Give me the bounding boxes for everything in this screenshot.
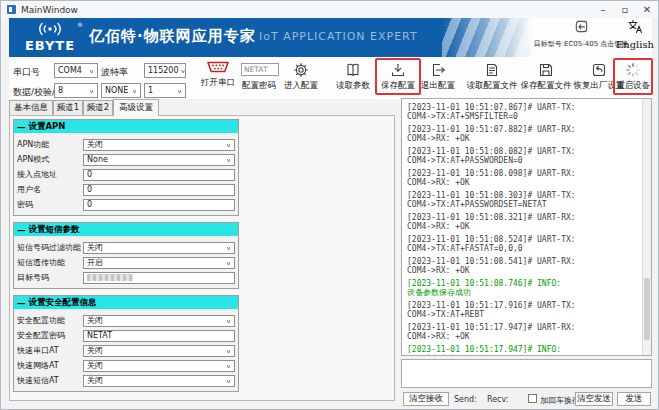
chevron-down-icon: ∨	[177, 88, 182, 94]
log-timestamp: [2023-11-01 10:51:08.082]# UART-TX:	[407, 147, 640, 156]
log-entry-tx: [2023-11-01 10:51:17.916]# UART-TX:COM4-…	[407, 301, 640, 319]
field-input[interactable]: NETAT	[83, 330, 235, 342]
field-select[interactable]: 关闭∨	[83, 315, 235, 327]
brand-area: EBYTE ® 亿佰特·物联网应用专家 IoT APPLICATION EXPE…	[9, 18, 537, 57]
form-row: 快速短信AT关闭∨	[17, 373, 235, 388]
section-header[interactable]: —设置安全配置信息	[14, 296, 238, 309]
toolbar-button-6[interactable]: 保存配置文件	[517, 58, 575, 95]
toolbar-button-4[interactable]: 退出配置	[416, 58, 460, 95]
settings-panel: —设置APNAPN功能关闭∨APN模式None∨接入点地址0用户名0密码0—设置…	[9, 115, 395, 401]
field-label: 目标号码	[17, 272, 83, 283]
field-label: 快速网络AT	[17, 360, 83, 371]
toolbar-button-label: 重启设备	[616, 80, 650, 92]
parity-select[interactable]: NONE∨	[101, 83, 141, 98]
baud-label: 波特率	[101, 66, 128, 79]
field-label: 安全配置功能	[17, 315, 83, 326]
exit-icon	[430, 62, 446, 78]
section-body: APN功能关闭∨APN模式None∨接入点地址0用户名0密码0	[14, 133, 238, 215]
log-output[interactable]: [2023-11-01 10:51:07.867]# UART-TX:COM4-…	[402, 99, 642, 355]
databits-select[interactable]: 8∨	[54, 83, 98, 98]
minimize-icon[interactable]: –	[592, 1, 614, 18]
tab-3[interactable]: 频道2	[83, 100, 113, 115]
section-title: 设置APN	[29, 121, 66, 133]
field-input[interactable]: 0	[83, 169, 235, 181]
log-timestamp: [2023-11-01 10:51:17.947]# INFO:	[407, 345, 640, 354]
form-row: 快速网络AT关闭∨	[17, 358, 235, 373]
stopbits-select[interactable]: 1∨	[144, 83, 186, 98]
ebyte-logo: EBYTE ®	[19, 20, 81, 54]
toolbar-button-label: 退出配置	[421, 80, 455, 92]
switch-model-label: 目标型号:EC05-405 点击切换	[534, 39, 629, 49]
field-select[interactable]: 关闭∨	[83, 242, 235, 254]
form-row: 快速串口AT关闭∨	[17, 343, 235, 358]
form-row: 短信号码过滤功能关闭∨	[17, 240, 235, 255]
baud-select[interactable]: 115200∨	[144, 63, 186, 78]
field-select[interactable]: 关闭∨	[83, 345, 235, 357]
log-entry-info: [2023-11-01 10:51:17.947]# INFO:设备重启成功	[407, 345, 640, 355]
send-button[interactable]: 发送	[617, 392, 651, 406]
section-body: 安全配置功能关闭∨安全配置密码NETAT快速串口AT关闭∨快速网络AT关闭∨快速…	[14, 309, 238, 391]
language-label: English	[616, 39, 654, 50]
config-password-input[interactable]: NETAT	[241, 63, 279, 76]
field-select[interactable]: 关闭∨	[83, 139, 235, 151]
switch-model-button[interactable]: 目标型号:EC05-405 点击切换	[545, 19, 617, 49]
factory-reset-icon	[591, 62, 607, 78]
field-label: APN模式	[17, 154, 83, 165]
toolbar-button-5[interactable]: 读取配置文件	[463, 58, 521, 95]
scrollbar-thumb[interactable]	[644, 278, 650, 339]
section-header[interactable]: —设置短信参数	[14, 223, 238, 236]
brand-slogan-en: IoT APPLICATION EXPERT	[259, 30, 418, 43]
chevron-down-icon: ∨	[181, 68, 186, 74]
tab-1[interactable]: 基本信息	[9, 100, 53, 115]
crlf-checkbox[interactable]	[528, 394, 537, 403]
log-timestamp: [2023-11-01 10:51:08.303]# UART-TX:	[407, 191, 640, 200]
language-button[interactable]: English	[619, 19, 651, 50]
form-row: 安全配置功能关闭∨	[17, 313, 235, 328]
tab-4[interactable]: 高级设置	[113, 99, 159, 116]
collapse-icon: —	[17, 225, 26, 235]
toolbar: 串口号 COM4∨ 波特率 115200∨ 数据/校验/停止 8∨ NONE∨ …	[9, 57, 652, 99]
port-select[interactable]: COM4∨	[54, 63, 98, 78]
file-read-icon	[484, 62, 500, 78]
chevron-down-icon: ∨	[226, 157, 231, 163]
field-select[interactable]: 关闭∨	[83, 375, 235, 387]
log-message: COM4->TX:AT+REBT	[407, 310, 640, 319]
field-label: 快速串口AT	[17, 345, 83, 356]
form-row: 目标号码	[17, 270, 235, 285]
clear-send-button[interactable]: 清空发送	[575, 392, 613, 406]
chevron-down-icon: ∨	[226, 318, 231, 324]
send-input[interactable]	[401, 359, 652, 388]
tab-2[interactable]: 频道1	[53, 100, 83, 115]
maximize-icon[interactable]: ▫	[614, 1, 636, 18]
log-message: COM4->RX: +OK	[407, 332, 640, 341]
field-select[interactable]: 关闭∨	[83, 360, 235, 372]
section-header[interactable]: —设置APN	[14, 120, 238, 133]
toolbar-button-label: 保存配置文件	[521, 80, 572, 92]
field-select[interactable]: None∨	[83, 154, 235, 166]
log-scrollbar[interactable]	[642, 99, 651, 355]
toolbar-button-2[interactable]: 读取参数	[331, 58, 375, 95]
log-entry-rx: [2023-11-01 10:51:08.541]# UART-RX:COM4-…	[407, 257, 640, 275]
toolbar-button-1[interactable]: 进入配置	[279, 58, 323, 95]
log-timestamp: [2023-11-01 10:51:08.321]# UART-RX:	[407, 213, 640, 222]
toolbar-button-8[interactable]: 重启设备	[613, 58, 653, 95]
window-title: MainWindow	[21, 5, 78, 15]
port-label: 串口号	[13, 66, 40, 79]
log-message: COM4->RX: +OK	[407, 178, 640, 187]
field-input-redacted[interactable]	[83, 272, 235, 284]
clear-receive-button[interactable]: 清空接收	[403, 392, 449, 406]
field-label: 安全配置密码	[17, 330, 83, 341]
restart-icon	[625, 62, 641, 78]
section-title: 设置短信参数	[29, 224, 80, 236]
field-input[interactable]: 0	[83, 199, 235, 211]
field-input[interactable]: 0	[83, 184, 235, 196]
log-message: COM4->TX:AT+SMSFILTER=0	[407, 112, 640, 121]
chevron-down-icon: ∨	[89, 68, 94, 74]
toolbar-button-3[interactable]: 保存配置	[375, 58, 421, 95]
serial-connector-icon	[206, 60, 230, 74]
close-icon[interactable]: ✕	[636, 1, 658, 18]
field-select[interactable]: 开启∨	[83, 257, 235, 269]
config-password-label: 配置密码	[242, 80, 276, 92]
open-port-button[interactable]: 打开串口	[197, 60, 239, 96]
section-title: 设置安全配置信息	[29, 297, 97, 309]
